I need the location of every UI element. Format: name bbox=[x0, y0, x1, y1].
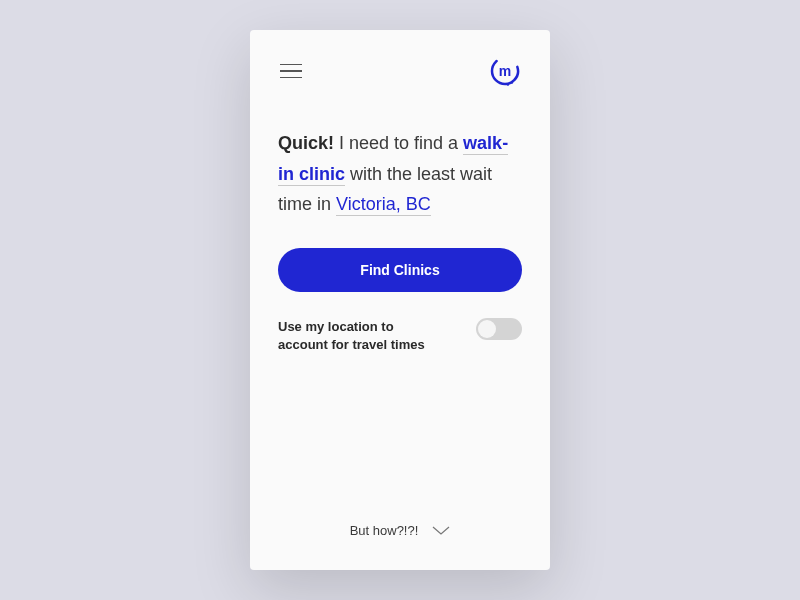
app-screen: m Quick! I need to find a walk-in clinic… bbox=[250, 30, 550, 570]
find-clinics-button[interactable]: Find Clinics bbox=[278, 248, 522, 292]
prompt-text: I need to find a bbox=[334, 133, 463, 153]
svg-text:m: m bbox=[499, 63, 511, 79]
search-prompt: Quick! I need to find a walk-in clinic w… bbox=[278, 128, 522, 220]
location-selector[interactable]: Victoria, BC bbox=[336, 194, 431, 216]
footer-text: But how?!?! bbox=[350, 523, 419, 538]
location-toggle[interactable] bbox=[476, 318, 522, 340]
prompt-emphasis: Quick! bbox=[278, 133, 334, 153]
footer-hint[interactable]: But how?!?! bbox=[278, 523, 522, 546]
menu-icon[interactable] bbox=[278, 62, 304, 81]
chevron-down-icon bbox=[432, 526, 450, 536]
svg-point-1 bbox=[514, 78, 516, 80]
svg-point-3 bbox=[507, 83, 509, 85]
toggle-knob bbox=[478, 320, 496, 338]
app-logo[interactable]: m bbox=[488, 54, 522, 88]
location-toggle-row: Use my location to account for travel ti… bbox=[278, 318, 522, 354]
svg-point-2 bbox=[511, 81, 513, 83]
toggle-label: Use my location to account for travel ti… bbox=[278, 318, 428, 354]
header: m bbox=[278, 54, 522, 88]
